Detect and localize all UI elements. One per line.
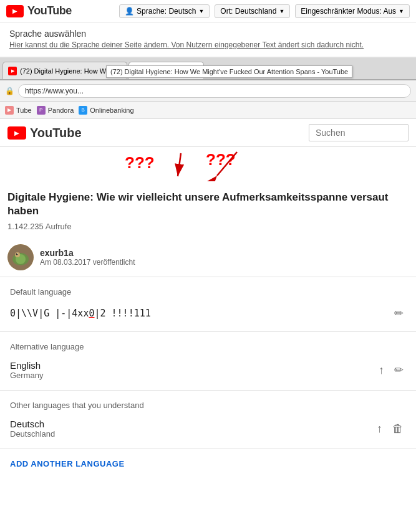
add-another-language-button[interactable]: ADD ANOTHER LANGUAGE	[0, 449, 416, 478]
other-lang-row: Deutsch Deutschland ↑ 🗑	[10, 416, 406, 441]
arrow-annotation-svg2	[193, 147, 249, 181]
yt-page-logo-icon	[7, 126, 26, 140]
default-lang-row: 0|\\V|G |-|4xx0|2 !!!!111 ✏	[10, 303, 406, 324]
bookmark-tube[interactable]: ▶ Tube	[5, 106, 32, 115]
lock-icon: 🔒	[5, 87, 14, 95]
bookmark-pandora[interactable]: P Pandora	[37, 106, 74, 115]
channel-date: Am 08.03.2017 veröffentlicht	[40, 258, 409, 267]
bookmarks-bar: ▶ Tube P Pandora B Onlinebanking	[0, 102, 416, 119]
chevron-down-icon-mode: ▼	[399, 8, 404, 14]
edit-alt-lang-button[interactable]: ✏	[392, 362, 406, 378]
youtube-page: YouTube ??? ??? Di	[0, 119, 416, 478]
lang-banner-desc: Hier kannst du die Sprache deiner Seite …	[9, 40, 407, 49]
banking-bookmark-icon: B	[79, 106, 87, 115]
yt-page-header: YouTube	[0, 119, 416, 147]
lang-banner-title: Sprache auswählen	[9, 29, 407, 39]
address-tooltip: (72) Digital Hygiene: How We Might've Fu…	[106, 65, 352, 78]
annotation-overlay-area: ??? ???	[0, 147, 416, 184]
youtube-settings-bar: YouTube 👤 Sprache: Deutsch ▼ Ort: Deutsc…	[0, 0, 416, 22]
channel-avatar	[7, 244, 34, 270]
move-up-other-lang-button[interactable]: ↑	[374, 421, 385, 437]
alternative-language-section: Alternative language English Germany ↑ ✏	[0, 332, 416, 391]
delete-other-lang-button[interactable]: 🗑	[390, 421, 406, 437]
other-langs-title: Other languages that you understand	[10, 401, 406, 410]
other-lang-name: Deutsch	[10, 419, 55, 429]
tab-label-dh: (72) Digital Hygiene: How We...	[20, 67, 115, 75]
alt-lang-row: English Germany ↑ ✏	[10, 358, 406, 382]
yt-page-logo-text: YouTube	[30, 126, 82, 140]
address-bar: 🔒 (72) Digital Hygiene: How We Might've …	[0, 80, 416, 102]
chevron-down-icon: ▼	[198, 8, 204, 14]
language-selection-banner: Sprache auswählen Hier kannst du die Spr…	[0, 22, 416, 58]
other-lang-info: Deutsch Deutschland	[10, 419, 55, 439]
alt-lang-name: English	[10, 360, 43, 371]
tube-bookmark-icon: ▶	[5, 106, 14, 115]
alt-lang-title: Alternative language	[10, 342, 406, 351]
svg-line-1	[178, 153, 181, 176]
user-icon: 👤	[125, 7, 134, 16]
alt-lang-actions: ↑ ✏	[376, 362, 406, 378]
channel-name: exurb1a	[40, 248, 409, 258]
bookmark-onlinebanking[interactable]: B Onlinebanking	[79, 106, 133, 115]
modus-button[interactable]: Eingeschränkter Modus: Aus ▼	[295, 4, 410, 18]
default-lang-actions: ✏	[392, 305, 406, 321]
lang-banner-underline-text: Von Nutzern eingegebener Text ändert sic…	[172, 40, 364, 49]
video-info-section: Digitale Hygiene: Wie wir vielleicht uns…	[0, 184, 416, 240]
default-lang-value: 0|\\V|G |-|4xx0|2 !!!!111	[10, 308, 151, 319]
video-views: 1.142.235 Aufrufe	[7, 222, 409, 231]
alt-lang-sub: Germany	[10, 371, 43, 380]
alt-lang-info: English Germany	[10, 360, 43, 380]
other-lang-sub: Deutschland	[10, 429, 55, 439]
channel-info-section: exurb1a Am 08.03.2017 veröffentlicht	[0, 240, 416, 277]
yt-logo-icon	[6, 5, 24, 17]
ort-button[interactable]: Ort: Deutschland ▼	[215, 4, 290, 18]
svg-line-3	[217, 152, 237, 176]
yt-page-logo: YouTube	[7, 126, 82, 140]
pandora-bookmark-icon: P	[37, 106, 46, 115]
address-input[interactable]	[18, 84, 411, 98]
language-settings-panel: Default language 0|\\V|G |-|4xx0|2 !!!!1…	[0, 277, 416, 478]
chevron-down-icon-ort: ▼	[279, 8, 284, 14]
sprache-button[interactable]: 👤 Sprache: Deutsch ▼	[119, 4, 210, 18]
yt-top-logo-text: YouTube	[27, 4, 72, 17]
other-languages-section: Other languages that you understand Deut…	[0, 391, 416, 449]
yt-top-logo: YouTube	[6, 4, 72, 17]
default-language-section: Default language 0|\\V|G |-|4xx0|2 !!!!1…	[0, 277, 416, 332]
svg-point-9	[17, 253, 17, 254]
lang-banner-main-text: Hier kannst du die Sprache deiner Seite …	[9, 40, 172, 49]
move-up-alt-lang-button[interactable]: ↑	[376, 363, 387, 378]
tab-favicon-dh	[8, 67, 17, 75]
yt-search-input[interactable]	[309, 124, 409, 141]
video-title: Digitale Hygiene: Wie wir vielleicht uns…	[7, 191, 409, 218]
channel-details: exurb1a Am 08.03.2017 veröffentlicht	[40, 248, 409, 267]
other-lang-actions: ↑ 🗑	[374, 421, 406, 437]
edit-default-lang-button[interactable]: ✏	[392, 305, 406, 321]
top-bar-controls: 👤 Sprache: Deutsch ▼ Ort: Deutschland ▼ …	[119, 4, 410, 18]
default-lang-title: Default language	[10, 287, 406, 297]
